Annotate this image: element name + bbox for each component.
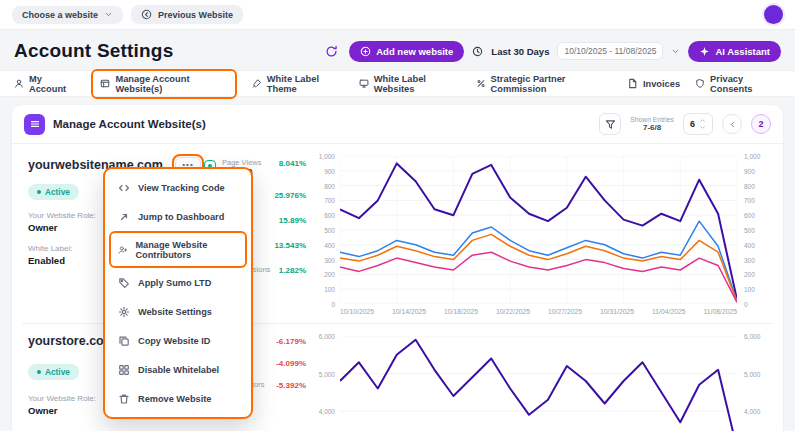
page-size-select[interactable]: 6 — [683, 113, 713, 135]
tabs-bar: My AccountManage Account Website(s)White… — [0, 70, 795, 97]
jump-icon — [118, 211, 130, 223]
menu-item-label: Apply Sumo LTD — [138, 278, 211, 288]
tab-label: Privacy Consents — [710, 74, 781, 94]
chevdown-icon — [104, 10, 113, 19]
menu-item-remove-website[interactable]: Remove Website — [109, 384, 247, 413]
y-axis-tick: 0 — [331, 301, 335, 308]
trash-icon — [118, 393, 130, 405]
avatar[interactable] — [764, 5, 783, 24]
tab-white-label-websites[interactable]: White Label Websites — [359, 74, 461, 94]
stat-change: 8.041% — [279, 159, 306, 168]
menu-item-manage-website-contributors[interactable]: Manage Website Contributors — [109, 231, 247, 268]
chevron-down-icon[interactable] — [671, 47, 680, 56]
line-chart — [340, 336, 737, 431]
tab-strategic-partner-commission[interactable]: Strategic Partner Commission — [476, 74, 612, 94]
y-axis-tick: 100 — [744, 286, 755, 293]
status-badge: Active — [28, 184, 79, 200]
shown-entries: Shown Entries 7-6/8 — [630, 116, 674, 133]
menu-item-label: Jump to Dashboard — [138, 212, 224, 222]
plus-circle-icon — [360, 46, 371, 57]
tag-icon — [118, 277, 130, 289]
y-axis-tick: 200 — [744, 271, 755, 278]
tab-privacy-consents[interactable]: Privacy Consents — [695, 74, 781, 94]
tab-label: Invoices — [643, 79, 680, 89]
stat-change: 25.976% — [274, 191, 306, 200]
clock-icon — [472, 46, 483, 57]
add-new-website-button[interactable]: Add new website — [349, 41, 464, 62]
chevleft-icon — [728, 120, 737, 129]
chevron-down-icon — [699, 124, 706, 131]
y-axis-tick: 600 — [744, 212, 755, 219]
y-axis-tick: 1,000 — [744, 153, 760, 160]
prevcirc-icon — [141, 9, 152, 20]
list-icon — [29, 118, 41, 130]
period-label: Last 30 Days — [491, 46, 549, 57]
date-range[interactable]: 10/10/2025 - 11/08/2025 — [557, 42, 663, 60]
pluscirc-icon — [360, 46, 371, 57]
sparkle-icon — [699, 46, 710, 57]
y-axis-tick: 6,000 — [319, 333, 335, 340]
website-traffic-chart: 6,0005,0004,0003,0006,0005,0004,0003,000 — [310, 332, 775, 431]
page-header: Account Settings Add new website Last 30… — [0, 30, 795, 70]
x-axis-tick: 10/22/2025 — [496, 308, 530, 315]
y-axis-tick: 800 — [744, 182, 755, 189]
choose-website-dropdown[interactable]: Choose a website — [12, 6, 123, 24]
tab-label: White Label Websites — [374, 74, 461, 94]
user-icon — [14, 78, 24, 89]
y-axis-tick: 6,000 — [744, 333, 760, 340]
tab-manage-account-website-s[interactable]: Manage Account Website(s) — [91, 69, 236, 99]
percent-icon — [476, 78, 486, 89]
x-axis-tick: 10/14/2025 — [392, 308, 426, 315]
page: Choose a website Previous Website Accoun… — [0, 0, 795, 431]
copy-icon — [118, 335, 130, 347]
page-title: Account Settings — [14, 40, 173, 62]
menu-item-apply-sumo-ltd[interactable]: Apply Sumo LTD — [109, 268, 247, 297]
panel-icon — [24, 114, 45, 135]
menu-item-jump-to-dashboard[interactable]: Jump to Dashboard — [109, 202, 247, 231]
current-page-button[interactable]: 2 — [751, 114, 771, 134]
y-axis-tick: 5,000 — [319, 370, 335, 377]
refresh-button[interactable] — [321, 41, 341, 61]
x-axis-tick: 10/27/2025 — [548, 308, 582, 315]
website-domain: yourstore.co — [28, 334, 104, 348]
refresh-icon — [325, 45, 338, 58]
tab-invoices[interactable]: Invoices — [627, 78, 680, 89]
funnel-icon — [605, 119, 616, 130]
list-icon — [29, 118, 41, 130]
menu-item-copy-website-id[interactable]: Copy Website ID — [109, 326, 247, 355]
tab-white-label-theme[interactable]: White Label Theme — [252, 74, 344, 94]
previous-website-button[interactable]: Previous Website — [131, 5, 243, 24]
website-actions-menu: View Tracking CodeJump to DashboardManag… — [103, 167, 253, 419]
y-axis-tick: 100 — [324, 286, 335, 293]
chevdown-icon — [671, 47, 680, 56]
menu-item-disable-whitelabel[interactable]: Disable Whitelabel — [109, 355, 247, 384]
menu-item-label: Website Settings — [138, 307, 212, 317]
tab-label: White Label Theme — [267, 74, 344, 94]
ai-assistant-button[interactable]: AI Assistant — [688, 41, 781, 62]
topbar: Choose a website Previous Website — [0, 0, 795, 30]
stat-change: -5.392% — [276, 381, 306, 390]
ai-assistant-label: AI Assistant — [715, 46, 770, 57]
chevron-down-icon — [104, 10, 113, 19]
y-axis-tick: 300 — [744, 256, 755, 263]
y-axis-tick: 1,000 — [319, 153, 335, 160]
menu-item-website-settings[interactable]: Website Settings — [109, 297, 247, 326]
y-axis-tick: 200 — [324, 271, 335, 278]
x-axis-tick: 10/10/2025 — [340, 308, 374, 315]
filter-button[interactable] — [599, 113, 621, 135]
chart-line-series-purple — [340, 163, 737, 299]
menu-item-view-tracking-code[interactable]: View Tracking Code — [109, 173, 247, 202]
y-axis-tick: 400 — [744, 241, 755, 248]
brush-icon — [252, 78, 262, 89]
y-axis-tick: 400 — [324, 241, 335, 248]
user-plus-icon — [118, 244, 127, 256]
grid-icon — [118, 364, 130, 376]
y-axis-tick: 600 — [324, 212, 335, 219]
x-axis-tick: 11/08/2025 — [703, 308, 737, 315]
panel-title: Manage Account Website(s) — [53, 118, 206, 130]
prev-page-button[interactable] — [722, 114, 742, 134]
status-badge: Active — [28, 364, 79, 380]
line-chart — [340, 156, 737, 304]
y-axis-tick: 300 — [324, 256, 335, 263]
tab-my-account[interactable]: My Account — [14, 74, 76, 94]
